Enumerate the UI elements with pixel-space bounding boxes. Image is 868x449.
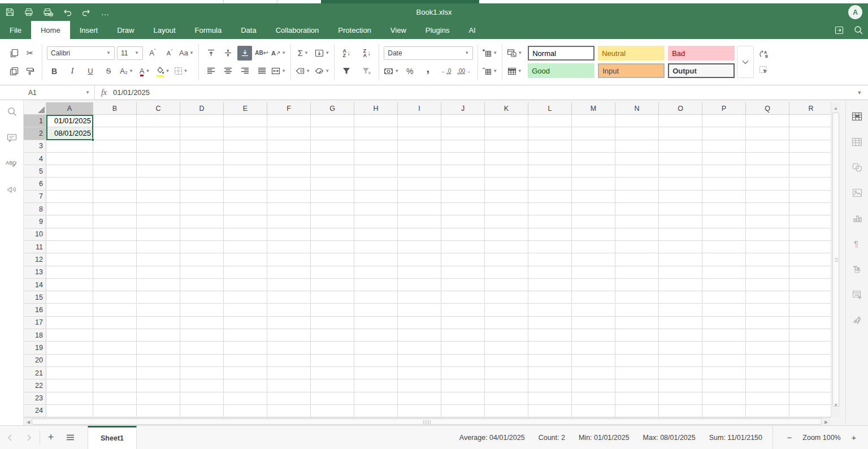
cell-I17[interactable]: [398, 317, 441, 329]
cell-O9[interactable]: [659, 215, 702, 228]
cell-I18[interactable]: [398, 329, 441, 342]
cell-G17[interactable]: [311, 317, 354, 329]
cell-I5[interactable]: [398, 165, 441, 178]
cell-E17[interactable]: [224, 317, 267, 329]
cell-P22[interactable]: [702, 379, 746, 392]
column-header-D[interactable]: D: [180, 102, 224, 115]
align-bottom-button[interactable]: [237, 46, 252, 61]
cell-F19[interactable]: [267, 342, 311, 354]
align-middle-button[interactable]: [220, 46, 235, 61]
row-header-4[interactable]: 4: [24, 153, 46, 165]
cell-K8[interactable]: [485, 203, 528, 215]
cell-Q24[interactable]: [746, 405, 789, 417]
cell-A7[interactable]: [46, 191, 93, 203]
avatar[interactable]: A: [848, 5, 862, 19]
zoom-out-button[interactable]: −: [783, 433, 796, 442]
cell-A23[interactable]: [46, 392, 93, 405]
cell-R18[interactable]: [789, 329, 831, 342]
cell-G24[interactable]: [311, 405, 354, 417]
cell-N9[interactable]: [615, 215, 659, 228]
row-header-7[interactable]: 7: [24, 191, 46, 203]
sort-ascending-button[interactable]: AZ↓: [339, 46, 354, 61]
cell-P6[interactable]: [702, 178, 746, 191]
cell-C23[interactable]: [137, 392, 180, 405]
cell-P1[interactable]: [702, 115, 746, 127]
cell-E22[interactable]: [224, 379, 267, 392]
cell-M14[interactable]: [572, 279, 615, 291]
cell-R11[interactable]: [789, 241, 831, 253]
cell-H9[interactable]: [354, 215, 398, 228]
row-header-14[interactable]: 14: [24, 279, 46, 291]
cut-button[interactable]: ✂: [23, 46, 37, 61]
cell-O17[interactable]: [659, 317, 702, 329]
cell-R9[interactable]: [789, 215, 831, 228]
cell-D5[interactable]: [180, 165, 224, 178]
vertical-scrollbar[interactable]: ▲ ▼: [831, 102, 840, 417]
cell-D9[interactable]: [180, 215, 224, 228]
cell-M19[interactable]: [572, 342, 615, 354]
format-as-table-button[interactable]: ▼: [507, 64, 522, 79]
cell-I16[interactable]: [398, 304, 441, 317]
pivot-settings-icon[interactable]: [846, 282, 868, 307]
format-painter-button[interactable]: [23, 64, 37, 79]
cell-D20[interactable]: [180, 355, 224, 367]
cell-E19[interactable]: [224, 342, 267, 354]
cell-D18[interactable]: [180, 329, 224, 342]
cell-K13[interactable]: [485, 266, 528, 279]
cell-C15[interactable]: [137, 291, 180, 304]
number-format-combo[interactable]: Date▼: [384, 46, 473, 60]
cell-D13[interactable]: [180, 266, 224, 279]
spellcheck-icon[interactable]: ABC: [0, 154, 24, 173]
row-header-12[interactable]: 12: [24, 253, 46, 266]
textart-settings-icon[interactable]: Ta: [846, 256, 868, 282]
row-header-20[interactable]: 20: [24, 355, 46, 367]
cell-J5[interactable]: [441, 165, 485, 178]
cell-O20[interactable]: [659, 355, 702, 367]
cell-A4[interactable]: [46, 153, 93, 165]
cell-L20[interactable]: [528, 355, 572, 367]
cell-style-input[interactable]: Input: [598, 63, 665, 78]
cell-B16[interactable]: [93, 304, 137, 317]
cell-R24[interactable]: [789, 405, 831, 417]
cell-B4[interactable]: [93, 153, 137, 165]
cell-B9[interactable]: [93, 215, 137, 228]
cell-L13[interactable]: [528, 266, 572, 279]
cell-E14[interactable]: [224, 279, 267, 291]
cell-B23[interactable]: [93, 392, 137, 405]
cell-R13[interactable]: [789, 266, 831, 279]
cell-N7[interactable]: [615, 191, 659, 203]
row-header-21[interactable]: 21: [24, 367, 46, 379]
cell-E21[interactable]: [224, 367, 267, 379]
menu-tab-protection[interactable]: Protection: [328, 21, 381, 39]
cell-Q18[interactable]: [746, 329, 789, 342]
clear-button[interactable]: ▼: [315, 64, 329, 79]
select-range-button[interactable]: [756, 63, 771, 77]
cell-E11[interactable]: [224, 241, 267, 253]
cell-R17[interactable]: [789, 317, 831, 329]
cell-K19[interactable]: [485, 342, 528, 354]
cell-O11[interactable]: [659, 241, 702, 253]
cell-J7[interactable]: [441, 191, 485, 203]
fill-button[interactable]: ▼: [315, 46, 329, 61]
column-header-L[interactable]: L: [528, 102, 572, 115]
cell-F9[interactable]: [267, 215, 311, 228]
strikethrough-button[interactable]: S: [101, 64, 116, 79]
menu-tab-home[interactable]: Home: [31, 21, 70, 39]
cell-B10[interactable]: [93, 228, 137, 241]
cell-C14[interactable]: [137, 279, 180, 291]
row-header-17[interactable]: 17: [24, 317, 46, 329]
cell-K1[interactable]: [485, 115, 528, 127]
cell-L16[interactable]: [528, 304, 572, 317]
cell-R12[interactable]: [789, 253, 831, 266]
row-header-2[interactable]: 2: [24, 127, 46, 140]
cell-P18[interactable]: [702, 329, 746, 342]
cell-K9[interactable]: [485, 215, 528, 228]
scroll-left-arrow[interactable]: ◀: [24, 418, 32, 426]
cell-G16[interactable]: [311, 304, 354, 317]
cell-A21[interactable]: [46, 367, 93, 379]
row-header-16[interactable]: 16: [24, 304, 46, 316]
cell-G7[interactable]: [311, 191, 354, 203]
cell-D7[interactable]: [180, 191, 224, 203]
cell-G8[interactable]: [311, 203, 354, 215]
paste-button[interactable]: [7, 64, 21, 79]
